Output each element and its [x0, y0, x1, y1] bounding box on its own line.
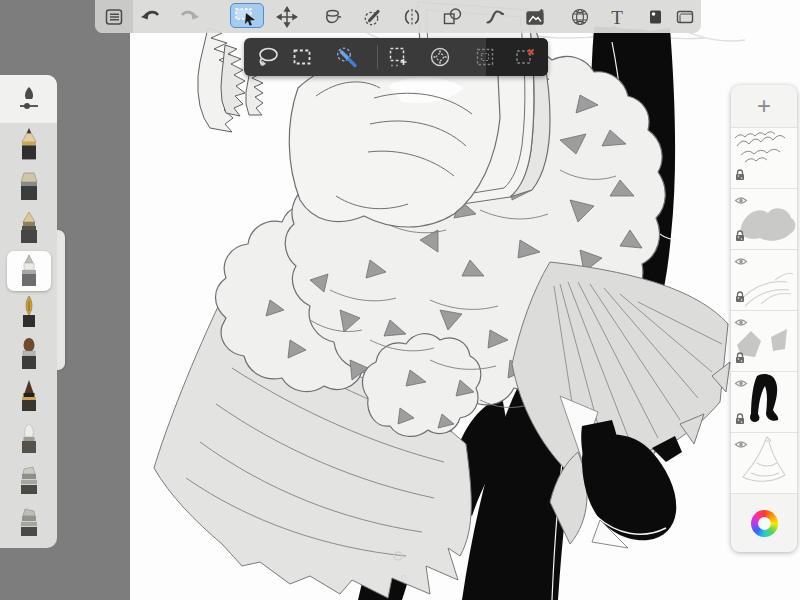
undo-icon[interactable] [137, 4, 163, 30]
symmetry-icon[interactable] [399, 4, 425, 30]
brush-pencil[interactable] [7, 125, 51, 165]
add-layer-glyph: + [757, 92, 771, 120]
import-image-icon[interactable] [522, 4, 548, 30]
text-icon[interactable]: T [604, 4, 630, 30]
transform-icon[interactable] [274, 4, 300, 30]
eye-icon[interactable] [734, 192, 748, 210]
shapes-icon[interactable] [439, 4, 465, 30]
lock-icon[interactable] [734, 350, 746, 368]
menu-icon[interactable] [101, 4, 127, 30]
color-wheel-center [758, 517, 771, 530]
color-row [731, 494, 797, 552]
top-toolbar: T [95, 0, 701, 33]
brush-ink-pen[interactable] [7, 293, 51, 333]
artwork [130, 0, 800, 600]
nudge-icon[interactable] [427, 44, 453, 70]
eraser-icon[interactable] [360, 4, 386, 30]
layer-row-gray-blob[interactable] [731, 189, 797, 250]
lock-icon[interactable] [734, 167, 746, 185]
perspective-icon[interactable] [567, 4, 593, 30]
brush-soft[interactable] [7, 419, 51, 459]
sketch-app: { "app": { "accent_blue": "#4d8fd2", "to… [0, 0, 800, 600]
brush-panel [0, 75, 57, 548]
layer-editor-icon[interactable] [642, 4, 668, 30]
brush-pointed[interactable] [7, 377, 51, 417]
layer-row-black-legs[interactable] [731, 372, 797, 433]
brush-round[interactable] [7, 335, 51, 375]
brush-size-slider[interactable] [0, 75, 57, 123]
stroke-icon[interactable] [482, 4, 508, 30]
eye-icon[interactable] [734, 375, 748, 393]
redo-icon [177, 4, 203, 30]
rectangle-select-icon[interactable] [289, 44, 315, 70]
lock-icon[interactable] [734, 228, 746, 246]
brush-flat-shader[interactable] [7, 167, 51, 207]
invert-selection-icon [472, 44, 498, 70]
brush-airbrush[interactable] [7, 209, 51, 249]
eye-icon[interactable] [734, 253, 748, 271]
color-wheel-button[interactable] [751, 510, 778, 537]
add-to-selection-icon[interactable] [385, 44, 411, 70]
layer-row-light-ruffles[interactable] [731, 250, 797, 311]
selection-tool-button[interactable] [230, 3, 264, 28]
canvas-icon[interactable] [672, 4, 698, 30]
eye-icon[interactable] [734, 314, 748, 332]
layer-row-skirt-shadows[interactable] [731, 311, 797, 372]
text-tool-glyph: T [611, 8, 623, 27]
layer-row-hair-sketch[interactable] [731, 128, 797, 189]
fill-icon[interactable] [319, 4, 345, 30]
brush-chisel-2[interactable] [7, 503, 51, 543]
drawing-canvas[interactable] [130, 0, 800, 600]
lock-icon[interactable] [734, 411, 746, 429]
selection-toolbar-divider [377, 45, 378, 69]
brush-chisel[interactable] [7, 461, 51, 501]
add-layer-button[interactable]: + [731, 85, 797, 128]
lasso-icon[interactable] [255, 44, 281, 70]
magic-wand-icon[interactable] [334, 44, 360, 70]
deselect-icon [512, 44, 538, 70]
layers-panel: + [731, 85, 797, 552]
lock-icon[interactable] [734, 289, 746, 307]
layer-row-dress-lineart[interactable] [731, 433, 797, 494]
eye-icon[interactable] [734, 436, 748, 454]
selection-toolbar [244, 38, 548, 76]
brush-marker-selected[interactable] [7, 251, 51, 291]
